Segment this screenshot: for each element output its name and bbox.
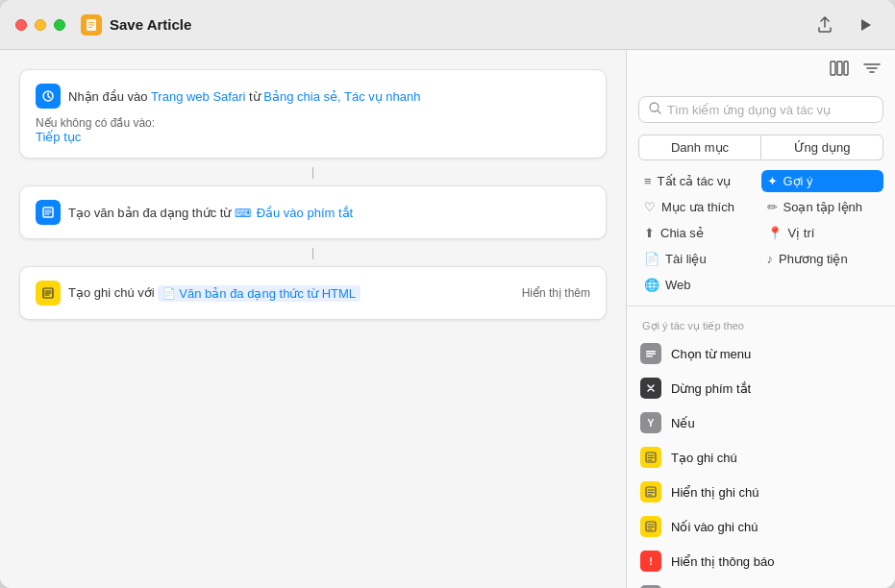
filter-scripting[interactable]: ✏ Soạn tập lệnh [761, 196, 884, 218]
filter-media[interactable]: ♪ Phương tiện [761, 248, 884, 270]
createnote-source[interactable]: Văn bản đa dạng thức từ HTML [179, 286, 356, 301]
input-sub: Nếu không có đầu vào: Tiếp tục [36, 116, 590, 144]
svg-rect-2 [88, 24, 94, 25]
sidebar-top-icons [627, 50, 895, 85]
sugg-stop-shortcut-label: Dừng phím tắt [671, 381, 751, 396]
filter-suggestions-icon: ✦ [767, 174, 778, 188]
show-more[interactable]: Hiển thị thêm [522, 286, 590, 300]
sugg-if-icon: Y [640, 412, 661, 433]
filter-documents[interactable]: 📄 Tài liệu [638, 248, 761, 270]
sugg-show-notification[interactable]: ! Hiển thị thông báo [627, 544, 895, 578]
filter-location[interactable]: 📍 Vị trí [761, 222, 884, 244]
filter-web-icon: 🌐 [644, 278, 659, 292]
category-tabs: Danh mục Ứng dụng [638, 135, 883, 160]
suggestion-section-label: Gợi ý tác vụ tiếp theo [627, 316, 895, 336]
minimize-button[interactable] [35, 19, 46, 31]
left-panel: Nhận đầu vào Trang web Safari từ Bảng ch… [0, 50, 626, 588]
filter-favorites-label: Mục ưa thích [661, 200, 734, 214]
richtext-prefix: Tạo văn bản đa dạng thức từ [68, 206, 231, 220]
sugg-if-label: Nếu [671, 416, 695, 430]
search-input[interactable] [667, 103, 873, 117]
tab-apps[interactable]: Ứng dụng [761, 135, 883, 160]
filter-all-icon: ≡ [644, 174, 652, 188]
filter-documents-label: Tài liệu [665, 252, 707, 266]
createnote-block: Tạo ghi chú với 📄 Văn bản đa dạng thức t… [19, 266, 607, 320]
traffic-lights [15, 19, 65, 31]
filter-media-icon: ♪ [767, 252, 774, 266]
svg-rect-9 [844, 61, 848, 75]
filter-scripting-label: Soạn tập lệnh [783, 200, 863, 214]
svg-rect-1 [88, 22, 94, 23]
library-icon[interactable] [830, 60, 849, 81]
sugg-append-note[interactable]: Nối vào ghi chú [627, 509, 895, 544]
richtext-desc: Tạo văn bản đa dạng thức từ ⌨ Đầu vào ph… [68, 206, 353, 220]
input-block-header: Nhận đầu vào Trang web Safari từ Bảng ch… [36, 84, 590, 109]
input-sub-label: Nếu không có đầu vào: [36, 116, 155, 130]
sugg-show-alert[interactable]: Hiển thị cảnh báo [627, 578, 895, 588]
richtext-source[interactable]: Đầu vào phím tắt [257, 206, 354, 220]
title-area: Save Article [81, 14, 191, 36]
filter-favorites[interactable]: ♡ Mục ưa thích [638, 196, 761, 218]
filter-web[interactable]: 🌐 Web [638, 274, 761, 296]
share-button[interactable] [814, 14, 835, 36]
svg-rect-12 [646, 354, 656, 355]
app-icon [81, 14, 102, 36]
sugg-show-note-icon [640, 481, 661, 502]
input-block: Nhận đầu vào Trang web Safari từ Bảng ch… [19, 69, 607, 159]
filter-suggestions[interactable]: ✦ Gợi ý [761, 170, 884, 192]
createnote-icon [36, 281, 61, 306]
sugg-append-note-icon [640, 516, 661, 537]
createnote-source-icon: 📄 [162, 287, 176, 300]
input-icon [36, 84, 61, 109]
svg-rect-7 [831, 61, 835, 75]
filter-all-label: Tất cả tác vụ [658, 174, 732, 188]
input-middle: từ [249, 89, 261, 104]
sugg-show-note-label: Hiển thị ghi chú [671, 485, 759, 500]
svg-rect-8 [837, 61, 842, 75]
filter-all[interactable]: ≡ Tất cả tác vụ [638, 170, 761, 192]
filter-web-label: Web [665, 278, 691, 292]
input-desc: Nhận đầu vào Trang web Safari từ Bảng ch… [68, 89, 421, 104]
fullscreen-button[interactable] [54, 19, 65, 31]
richtext-source-icon: ⌨ [235, 207, 251, 220]
sugg-show-note[interactable]: Hiển thị ghi chú [627, 475, 895, 509]
filter-documents-icon: 📄 [644, 252, 659, 266]
close-button[interactable] [15, 19, 27, 31]
input-sub-action[interactable]: Tiếp tục [36, 130, 81, 144]
right-panel: Danh mục Ứng dụng ≡ Tất cả tác vụ ✦ Gợi … [626, 50, 895, 588]
createnote-desc: Tạo ghi chú với 📄 Văn bản đa dạng thức t… [68, 285, 360, 302]
richtext-block: Tạo văn bản đa dạng thức từ ⌨ Đầu vào ph… [19, 185, 607, 239]
sugg-stop-shortcut[interactable]: Dừng phím tắt [627, 371, 895, 405]
svg-rect-3 [88, 27, 92, 28]
sugg-append-note-label: Nối vào ghi chú [671, 520, 758, 534]
filter-suggestions-label: Gợi ý [783, 174, 813, 188]
search-bar [638, 96, 883, 123]
filter-settings-icon[interactable] [862, 60, 882, 81]
sugg-create-note[interactable]: Tạo ghi chú [627, 440, 895, 475]
main-content: Nhận đầu vào Trang web Safari từ Bảng ch… [0, 50, 895, 588]
sugg-create-note-icon [640, 447, 661, 468]
tab-categories[interactable]: Danh mục [638, 135, 761, 160]
filter-location-icon: 📍 [767, 226, 783, 240]
sugg-if[interactable]: Y Nếu [627, 405, 895, 440]
sugg-choose-menu-label: Chọn từ menu [671, 347, 751, 361]
createnote-block-header: Tạo ghi chú với 📄 Văn bản đa dạng thức t… [36, 281, 590, 306]
sugg-choose-menu[interactable]: Chọn từ menu [627, 336, 895, 371]
sugg-create-note-label: Tạo ghi chú [671, 451, 737, 465]
filter-share-label: Chia sẻ [660, 226, 704, 240]
filter-media-label: Phương tiện [779, 252, 848, 266]
filter-share[interactable]: ⬆ Chia sẻ [638, 222, 761, 244]
sugg-stop-shortcut-icon [640, 378, 661, 399]
svg-rect-11 [646, 351, 656, 353]
createnote-prefix: Tạo ghi chú với [68, 285, 155, 300]
window-title: Save Article [110, 16, 191, 33]
filter-location-label: Vị trí [788, 226, 815, 240]
divider [627, 306, 895, 306]
run-button[interactable] [855, 14, 876, 36]
filter-favorites-icon: ♡ [644, 200, 656, 214]
input-source2[interactable]: Bảng chia sẻ, Tác vụ nhanh [263, 89, 420, 104]
titlebar-actions [814, 14, 876, 36]
input-source[interactable]: Trang web Safari [151, 89, 246, 104]
suggestion-list: Chọn từ menu Dừng phím tắt Y Nếu [627, 336, 895, 588]
search-icon [649, 102, 661, 117]
